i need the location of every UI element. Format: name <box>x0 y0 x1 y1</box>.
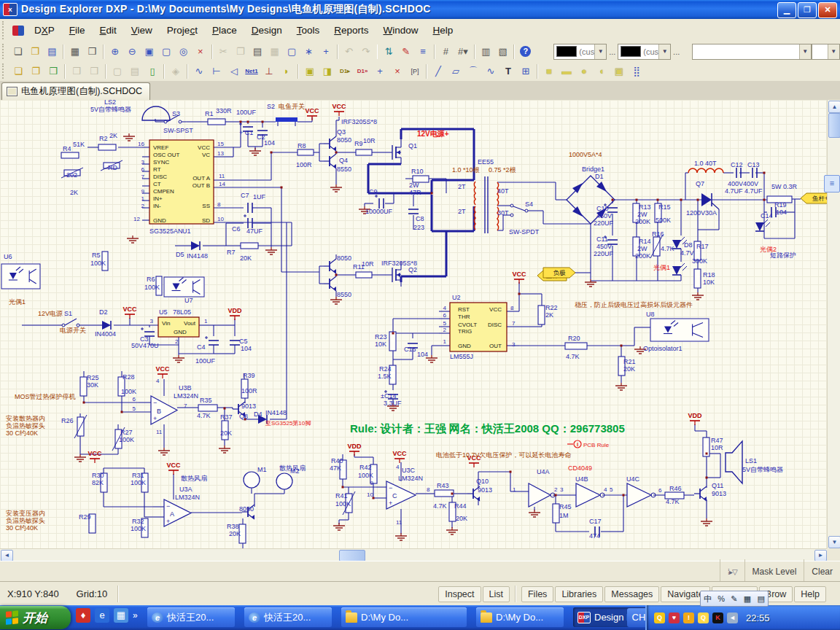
open-document-icon[interactable]: ❐ <box>27 44 42 59</box>
paste-icon[interactable]: ▤ <box>249 44 265 59</box>
tray-qq2-icon[interactable]: Q <box>698 612 709 623</box>
schematic-document-tab[interactable]: 电鱼机原理图(自制).SCHDOC <box>1 82 150 100</box>
mask-level-button[interactable]: Mask Level <box>744 559 804 584</box>
zoom-selection-icon[interactable]: ◎ <box>176 44 191 59</box>
search-library-icon[interactable]: ▧ <box>495 44 510 59</box>
place-text-icon[interactable]: T <box>500 64 516 79</box>
fill-color-combo[interactable]: (cus▼ <box>553 44 607 60</box>
move-selection-icon[interactable]: + <box>318 44 333 59</box>
re-annotate-icon[interactable]: ≡ <box>415 44 430 59</box>
taskbar-task-2[interactable]: D:\My Do... <box>341 607 467 627</box>
status-button-inspect[interactable]: Inspect <box>438 586 481 602</box>
open-any-document-icon[interactable]: ❐ <box>28 64 44 79</box>
fill-rect-icon[interactable]: ■ <box>541 64 557 79</box>
menu-place[interactable]: Place <box>205 23 244 38</box>
taskbar-task-0[interactable]: e快活王20... <box>147 607 235 627</box>
zoom-out-icon[interactable]: ⊖ <box>124 44 139 59</box>
menu-design[interactable]: Design <box>244 23 289 38</box>
internet-explorer-quicklaunch-icon[interactable]: e <box>95 608 109 623</box>
ime-icon-0[interactable]: 中 <box>704 594 712 604</box>
menu-window[interactable]: Window <box>376 23 426 38</box>
status-button-libraries[interactable]: Libraries <box>555 586 603 602</box>
ime-icon-4[interactable]: ▤ <box>757 594 764 604</box>
open-project-icon[interactable]: ❒ <box>45 64 61 79</box>
place-offsheet-icon[interactable]: D1» <box>354 64 370 79</box>
place-table-icon[interactable]: ⊞ <box>518 64 534 79</box>
menu-project[interactable]: Project <box>160 23 205 38</box>
horizontal-scrollbar[interactable]: ◄ ► <box>0 548 827 561</box>
line-color-combo[interactable]: (cus▼ <box>618 44 671 60</box>
draw-bezier-icon[interactable]: ∿ <box>483 64 499 79</box>
panel-tab-button[interactable]: ≡ <box>824 175 840 192</box>
place-probe-icon[interactable]: + <box>372 64 388 79</box>
status-button-help[interactable]: Help <box>794 586 826 602</box>
pie-chart-icon[interactable]: ◖ <box>594 64 610 79</box>
select-area-icon[interactable]: ▢ <box>284 44 299 59</box>
show-desktop-quicklaunch-icon[interactable]: ▦ <box>114 608 128 623</box>
new-document-icon[interactable]: ❏ <box>10 44 26 59</box>
zoom-document-icon[interactable]: ▢ <box>158 44 174 59</box>
restore-button[interactable]: ❐ <box>798 2 817 18</box>
menu-tools[interactable]: Tools <box>289 23 327 38</box>
scope-combo[interactable]: ▼ <box>692 44 812 60</box>
grid-menu-icon[interactable]: #▾ <box>455 44 470 59</box>
copy-icon[interactable]: ❐ <box>233 44 248 59</box>
snap-grid-icon[interactable]: # <box>438 44 454 59</box>
graphic-image-icon[interactable]: ▣ <box>611 64 627 79</box>
browse-library-icon[interactable]: ▥ <box>478 44 494 59</box>
tray-antivirus-icon[interactable]: ♥ <box>669 612 680 623</box>
ime-icon-3[interactable]: ▦ <box>744 594 751 604</box>
menu-help[interactable]: Help <box>426 23 461 38</box>
start-button[interactable]: 开始 <box>0 606 71 629</box>
scroll-down-button[interactable]: ▼ <box>828 536 840 548</box>
units-combo[interactable]: ▼ <box>812 44 840 60</box>
tray-shield-icon[interactable]: ! <box>683 612 694 623</box>
tray-kaspersky-icon[interactable]: K <box>712 612 723 623</box>
scroll-up-button[interactable]: ▲ <box>828 101 840 113</box>
scroll-left-button[interactable]: ◄ <box>1 550 13 561</box>
tray-qq-icon[interactable]: Q <box>654 612 665 623</box>
undo-icon[interactable]: ↶ <box>341 44 357 59</box>
pin-array-icon[interactable]: ⣿ <box>629 64 645 79</box>
annotate-icon[interactable]: ✎ <box>398 44 413 59</box>
redo-icon[interactable]: ↷ <box>358 44 373 59</box>
print-preview-icon[interactable]: ❒ <box>85 44 100 59</box>
vertical-scrollbar[interactable]: ▲ ▼ <box>827 100 840 548</box>
place-parameter-icon[interactable]: [P] <box>407 64 423 79</box>
round-rect-icon[interactable]: ▬ <box>559 64 575 79</box>
place-net-label-icon[interactable]: Net1 <box>244 64 260 79</box>
compile-document-icon[interactable]: ❒ <box>69 64 85 79</box>
hscroll-thumb[interactable] <box>339 550 365 561</box>
status-button-messages[interactable]: Messages <box>604 586 659 602</box>
cut-icon[interactable]: ✂ <box>216 44 231 59</box>
deselect-all-icon[interactable]: ∗ <box>301 44 316 59</box>
compile-project-icon[interactable]: ❒ <box>86 64 102 79</box>
ime-language-bar[interactable]: 中%✎▦▤ <box>700 591 769 607</box>
place-no-erc-icon[interactable]: × <box>389 64 405 79</box>
ime-icon-1[interactable]: % <box>718 594 725 603</box>
menu-edit[interactable]: Edit <box>93 23 124 38</box>
draw-polygon-icon[interactable]: ▱ <box>448 64 464 79</box>
help-icon[interactable]: ? <box>520 46 531 57</box>
place-gnd-icon[interactable]: ⊥ <box>261 64 277 79</box>
menu-file[interactable]: File <box>62 23 93 38</box>
minimize-button[interactable]: ▁ <box>777 2 796 18</box>
color-more-button[interactable]: ... <box>609 47 615 56</box>
navigate-up-icon[interactable]: ◈ <box>168 64 184 79</box>
filter-toggle-button[interactable]: ⁞▸▽ <box>720 559 744 584</box>
print-icon[interactable]: ▦ <box>67 44 82 59</box>
save-document-icon[interactable]: ▤ <box>44 44 60 59</box>
menu-view[interactable]: View <box>124 23 160 38</box>
place-bus-icon[interactable]: ⊢ <box>209 64 225 79</box>
taskbar-task-3[interactable]: D:\My Do... <box>476 607 564 627</box>
draw-line-icon[interactable]: ╱ <box>430 64 446 79</box>
zoom-in-icon[interactable]: ⊕ <box>107 44 122 59</box>
menu-dxp[interactable]: DXP <box>27 23 62 38</box>
add-document-icon[interactable]: ▢ <box>109 64 125 79</box>
media-player-quicklaunch-icon[interactable]: ♦ <box>76 608 90 623</box>
ellipse-icon[interactable]: ● <box>576 64 592 79</box>
document-options-icon[interactable]: ▯ <box>144 64 160 79</box>
place-power-port-icon[interactable]: ◗ <box>279 64 295 79</box>
ime-icon-2[interactable]: ✎ <box>731 594 737 604</box>
draw-arc-icon[interactable]: ⌒ <box>465 64 481 79</box>
